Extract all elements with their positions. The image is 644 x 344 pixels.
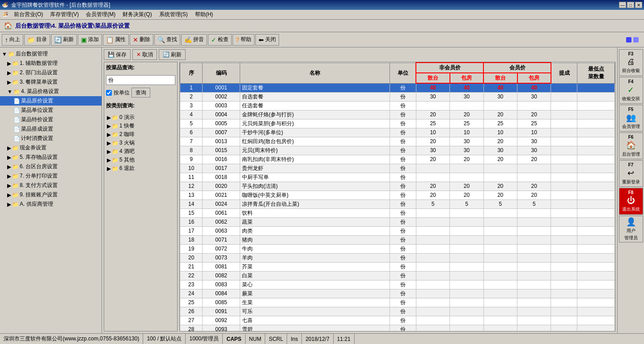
tree-item-backend[interactable]: ▼ 📁 后台数据管理 — [0, 49, 102, 59]
table-row[interactable]: 160062蔬菜份 — [180, 217, 615, 226]
th-member-price: 会员价 — [483, 63, 551, 73]
sub-toolbar: 💾 保存 ✕ 取消 🔄 刷新 — [104, 49, 615, 60]
save-button[interactable]: 💾 保存 — [104, 49, 131, 60]
table-row[interactable]: 200073羊肉份 — [180, 253, 615, 262]
cat-item-2[interactable]: ▶ 📁 2 咖啡 — [106, 130, 175, 139]
tree-item-print[interactable]: ▶ 📁 7. 分单打印设置 — [0, 171, 102, 181]
table-row[interactable]: 60007干炒牛河(多单位)份10101010 — [180, 128, 615, 137]
menu-help[interactable]: 帮助(H) — [191, 10, 217, 19]
close-button[interactable]: ✕ — [635, 2, 642, 8]
by-unit-checkbox[interactable] — [106, 90, 112, 96]
tree-item-unit-price[interactable]: 📄 菜品单位设置 — [0, 106, 102, 115]
table-row[interactable]: 190072牛肉份 — [180, 244, 615, 253]
cat-item-5[interactable]: ▶ 📁 5 其他 — [106, 156, 175, 164]
tree-item-aux[interactable]: ▶ 📁 1. 辅助数据管理 — [0, 59, 102, 68]
btn-up[interactable]: ↑向上 — [2, 34, 23, 46]
f8-icon: ⏻ — [627, 196, 635, 205]
btn-f8[interactable]: F8 ⏻ 退出系统 — [619, 188, 643, 215]
btn-props[interactable]: 📋属性 — [103, 34, 129, 46]
table-row[interactable]: 20002自选套餐份30303030 — [180, 92, 615, 101]
btn-dir[interactable]: 📁目录 — [24, 34, 50, 46]
table-row[interactable]: 120020芋头扣肉(洁清)份20202020 — [180, 182, 615, 191]
btn-check[interactable]: ✓检查 — [208, 34, 232, 46]
tree-item-table[interactable]: ▶ 📁 6. 台区台房设置 — [0, 162, 102, 171]
tree-item-accounts[interactable]: ▶ 📁 9. 挂账账户设置 — [0, 190, 102, 200]
table-row[interactable]: 280093雪碧份 — [180, 325, 615, 331]
tree-item-cash[interactable]: ▶ 📁 现金券设置 — [0, 143, 102, 153]
table-row[interactable]: 170063肉类份 — [180, 226, 615, 235]
tree-item-pay[interactable]: ▶ 📁 8. 支付方式设置 — [0, 181, 102, 190]
table-row[interactable]: 30003任选套餐份 — [180, 101, 615, 110]
table-row[interactable]: 240084蕨菜份 — [180, 289, 615, 298]
btn-add[interactable]: ▣添加 — [78, 34, 102, 46]
table-row[interactable]: 210081芥菜份 — [180, 262, 615, 271]
f6-label: F6 — [628, 135, 634, 140]
collapse-icon: ▼ — [2, 51, 7, 57]
tree-item-supplier[interactable]: ▶ 📁 A. 供应商管理 — [0, 200, 102, 209]
tree-item-dept[interactable]: ▶ 📁 2. 部门出品设置 — [0, 68, 102, 77]
minimize-button[interactable]: — — [619, 2, 626, 8]
table-row[interactable]: 90016南乳扣肉(非周末特价)份20202020 — [180, 155, 615, 164]
user-text: 用户 — [627, 228, 636, 234]
btn-close[interactable]: ⬅关闭 — [255, 34, 279, 46]
btn-find[interactable]: 🔍查找 — [154, 34, 180, 46]
table-row[interactable]: 110018中厨手写单份 — [180, 173, 615, 182]
tree-item-menu[interactable]: ▶ 📁 3. 餐牌菜单设置 — [0, 77, 102, 87]
title-bar-text: 金宇招牌餐饮管理软件 - [后台数据管理器] — [11, 1, 110, 9]
btn-user[interactable]: 👤 用户 管理员 — [619, 216, 643, 242]
maximize-button[interactable]: □ — [627, 2, 634, 8]
table-row[interactable]: 230083菜心份 — [180, 280, 615, 289]
table-row[interactable]: 70013红焖田鸡(散台包房价)份20302030 — [180, 137, 615, 146]
table-row[interactable]: 180071猪肉份 — [180, 235, 615, 244]
table-row[interactable]: 50005元贝炖菜胆(参与积分)份25252525 — [180, 119, 615, 128]
menu-finance[interactable]: 财务决策(Q) — [119, 10, 155, 19]
user-label: 管理员 — [624, 235, 638, 241]
cat-item-3[interactable]: ▶ 📁 3 火锅 — [106, 139, 175, 147]
table-row[interactable]: 150061饮料份 — [180, 208, 615, 217]
menu-system[interactable]: 系统管理(S) — [156, 10, 191, 19]
menu-inventory[interactable]: 库存管理(V) — [47, 10, 82, 19]
tree-item-special-price[interactable]: 📄 菜品特价设置 — [0, 115, 102, 124]
table-scroll[interactable]: 序 编码 名称 单位 非会员价 会员价 提成 最低点 菜数量 散台 — [180, 62, 615, 331]
table-row[interactable]: 10001固定套餐份40404040 — [180, 83, 615, 92]
btn-f5[interactable]: F5 👥 会员管理 — [619, 105, 643, 132]
tree-item-realtime[interactable]: 📄 计时消费设置 — [0, 134, 102, 143]
cancel-button[interactable]: ✕ 取消 — [132, 49, 157, 60]
search-btn[interactable]: 查询 — [131, 88, 150, 98]
table-row[interactable]: 270092七喜份 — [180, 316, 615, 325]
menu-member[interactable]: 会员管理(M) — [82, 10, 119, 19]
tree-item-orig-price[interactable]: 📄 菜品原价设置 — [0, 96, 102, 106]
table-row[interactable]: 220082白菜份 — [180, 271, 615, 280]
cat-item-1[interactable]: ▶ 📁 1 快餐 — [106, 122, 175, 130]
btn-refresh[interactable]: 🔄刷新 — [51, 34, 77, 46]
table-row[interactable]: 250085生菜份 — [180, 298, 615, 307]
tree-item-price[interactable]: ▼ 📁 4. 菜品价格设置 — [0, 87, 102, 96]
tree-label: 后台数据管理 — [16, 50, 48, 58]
btn-f3[interactable]: F3 🖨 前台收银 — [619, 49, 643, 76]
tree-item-stock[interactable]: ▶ 📁 5. 库存物品设置 — [0, 153, 102, 162]
btn-f6[interactable]: F6 🏠 后台管理 — [619, 132, 643, 159]
status-company: 深圳市三度软件有限公司(www.jzzp.com,0755-83656130) — [0, 334, 143, 344]
table-row[interactable]: 80015元贝(周末特价)份30303030 — [180, 146, 615, 155]
f7-icon: ↩ — [627, 168, 634, 178]
btn-f4[interactable]: F4 ✓ 收银交班 — [619, 77, 643, 104]
status-date: 2018/12/7 — [302, 334, 333, 344]
tree-item-compose-price[interactable]: 📄 菜品搭成设置 — [0, 124, 102, 134]
table-row[interactable]: 100017贵州龙虾份 — [180, 164, 615, 173]
btn-help[interactable]: ?帮助 — [233, 34, 254, 46]
table-row[interactable]: 40004金牌蚝仔烙(参与打折)份20202020 — [180, 110, 615, 119]
search-input[interactable] — [106, 75, 175, 85]
btn-pinyin[interactable]: ✍拼音 — [181, 34, 207, 46]
menu-front[interactable]: 前台营业(O) — [10, 10, 47, 19]
btn-delete[interactable]: ✕删除 — [130, 34, 153, 46]
cat-item-6[interactable]: ▶ 📁 6 退款 — [106, 164, 175, 173]
cat-item-0[interactable]: ▶ 📁 0 演示 — [106, 113, 175, 122]
th-code: 编码 — [203, 63, 240, 83]
sub-refresh-button[interactable]: 🔄 刷新 — [159, 49, 186, 60]
btn-f7[interactable]: F7 ↩ 重新登录 — [619, 160, 643, 187]
cancel-icon: ✕ — [136, 51, 141, 58]
table-row[interactable]: 260091可乐份 — [180, 307, 615, 316]
table-row[interactable]: 130021咖喱饭(中英文厨单)份20202020 — [180, 191, 615, 200]
cat-item-4[interactable]: ▶ 📁 4 酒吧 — [106, 147, 175, 156]
table-row[interactable]: 140024凉拌青瓜(开台自动上菜)份5555 — [180, 200, 615, 208]
